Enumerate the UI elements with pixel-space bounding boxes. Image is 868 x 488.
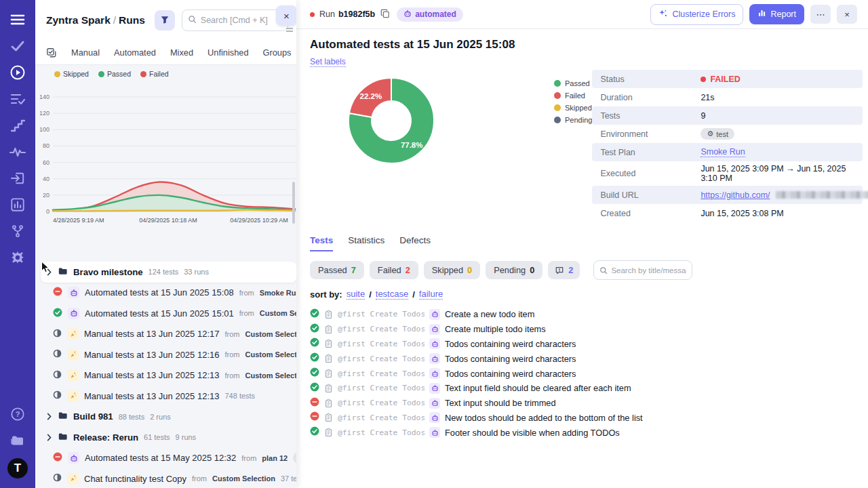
sort-by-suite[interactable]: suite: [347, 289, 365, 300]
clusterize-errors-label: Clusterize Errors: [672, 9, 735, 19]
group-meta: 124 tests: [149, 268, 179, 276]
comment-icon: [555, 266, 564, 275]
test-plans-icon[interactable]: [9, 90, 26, 108]
runs-group-row[interactable]: Release: Rerun61 tests9 runs: [35, 427, 296, 448]
robot-icon: [429, 309, 440, 320]
donut-legend-item-failed[interactable]: Failed: [554, 92, 592, 100]
runs-group-row[interactable]: Build 98188 tests2 runs: [35, 407, 296, 428]
test-row[interactable]: @first Create Todos...Create a new todo …: [310, 307, 856, 322]
more-options-button[interactable]: ⋯: [810, 5, 831, 24]
sort-by-label: sort by:: [310, 289, 342, 300]
tests-search-input[interactable]: [611, 266, 686, 274]
filter-chip-passed[interactable]: Passed7: [310, 261, 364, 279]
run-row[interactable]: Manual tests at 13 Jun 2025 12:17fromCus…: [35, 324, 296, 345]
folder-icon: [58, 411, 68, 422]
activity-icon[interactable]: [9, 143, 26, 161]
runs-tab-manual[interactable]: Manual: [71, 47, 100, 58]
donut-legend-item-pending[interactable]: Pending: [554, 116, 592, 124]
help-icon[interactable]: ?: [9, 405, 26, 423]
panel-resize-icon[interactable]: [286, 28, 293, 32]
legend-item-passed[interactable]: Passed: [98, 70, 131, 78]
sort-by-failure[interactable]: failure: [419, 289, 443, 300]
filter-chip-skipped[interactable]: Skipped0: [424, 261, 480, 279]
panel-close-button[interactable]: ×: [276, 5, 296, 26]
test-row[interactable]: @first Create Todos...Text input field s…: [310, 381, 856, 396]
runs-group-row[interactable]: Bravo milestone124 tests33 runs: [41, 262, 296, 283]
runs-tab-groups[interactable]: Groups: [263, 47, 292, 58]
projects-icon[interactable]: [9, 432, 26, 449]
legend-item-failed[interactable]: Failed: [140, 70, 169, 78]
confetti-icon: [67, 349, 79, 361]
test-row[interactable]: @first Create Todos...New todos should b…: [310, 411, 856, 426]
passed-status-icon: [310, 367, 319, 380]
svg-text:80: 80: [43, 142, 50, 149]
environment-badge[interactable]: ⚙test: [701, 128, 734, 140]
tab-tests[interactable]: Tests: [310, 235, 333, 251]
tests-icon[interactable]: [9, 37, 26, 55]
sparkles-icon: [658, 9, 668, 20]
runs-search-input[interactable]: [201, 16, 282, 25]
clusterize-errors-button[interactable]: Clusterize Errors: [650, 4, 743, 25]
test-plan-link[interactable]: Smoke Run: [701, 147, 745, 157]
set-labels-link[interactable]: Set labels: [310, 57, 346, 67]
chip-label: Passed: [318, 265, 347, 275]
run-row[interactable]: Automated tests at 15 Jun 2025 15:08from…: [35, 283, 296, 304]
app-logo[interactable]: T: [7, 458, 28, 479]
run-row[interactable]: Manual tests at 13 Jun 2025 12:13fromCus…: [35, 365, 296, 386]
runs-icon[interactable]: [9, 64, 26, 81]
select-runs-icon[interactable]: [46, 47, 57, 58]
runs-tab-mixed[interactable]: Mixed: [170, 47, 193, 58]
chip-count: 7: [351, 265, 356, 275]
run-id: b1982f5b: [338, 9, 375, 19]
settings-icon[interactable]: [9, 249, 26, 266]
test-row[interactable]: @first Create Todos...Todos containing w…: [310, 351, 856, 366]
svg-text:0: 0: [46, 208, 50, 215]
menu-icon[interactable]: [9, 11, 26, 28]
donut-legend-item-skipped[interactable]: Skipped: [554, 104, 592, 112]
close-run-button[interactable]: ×: [837, 5, 857, 24]
sort-by-testcase[interactable]: testcase: [376, 289, 408, 300]
build-url-link[interactable]: https://github.com/: [701, 190, 770, 200]
branches-icon[interactable]: [9, 222, 26, 240]
run-type-badge[interactable]: automated: [397, 7, 463, 22]
project-name[interactable]: Zyntra Spark: [46, 14, 111, 26]
scrollbar-thumb[interactable]: [292, 182, 295, 224]
runs-panel-header: Zyntra Spark/Runs ×: [35, 0, 296, 41]
run-row[interactable]: Manual tests at 13 Jun 2025 12:16fromCus…: [35, 344, 296, 365]
run-status-dot: [310, 12, 315, 17]
in-progress-status-icon: [53, 329, 62, 340]
test-row[interactable]: @first Create Todos...Create multiple to…: [310, 322, 856, 337]
run-row[interactable]: Automated tests at 15 May 2025 12:32from…: [35, 448, 296, 469]
comments-filter-chip[interactable]: 2: [548, 261, 580, 279]
report-button[interactable]: Report: [749, 4, 804, 24]
run-row[interactable]: Manual tests at 13 Jun 2025 12:13748 tes…: [35, 386, 296, 407]
group-name: Build 981: [73, 411, 113, 422]
legend-item-skipped[interactable]: Skipped: [54, 70, 89, 78]
in-progress-status-icon: [53, 370, 62, 381]
milestones-icon[interactable]: [9, 117, 26, 134]
run-from-value: Custom Selection: [245, 371, 296, 380]
test-row[interactable]: @first Create Todos...Todos containing w…: [310, 366, 856, 381]
status-value: FAILED: [701, 75, 740, 84]
chevron-right-icon: [46, 413, 52, 420]
test-row[interactable]: @first Create Todos...Todos containing w…: [310, 337, 856, 352]
run-row[interactable]: Automated tests at 15 Jun 2025 15:01from…: [35, 303, 296, 324]
chevron-right-icon: [46, 268, 52, 276]
filter-chip-failed[interactable]: Failed2: [370, 261, 418, 279]
filter-chip-pending[interactable]: Pending0: [486, 261, 542, 279]
tab-statistics[interactable]: Statistics: [348, 235, 384, 251]
filter-button[interactable]: [155, 10, 175, 30]
copy-run-id-button[interactable]: [380, 9, 390, 20]
runs-list: Bravo milestone124 tests33 runsAutomated…: [35, 262, 296, 488]
tab-defects[interactable]: Defects: [399, 235, 431, 251]
donut-legend-item-passed[interactable]: Passed: [554, 79, 592, 87]
runs-tab-unfinished[interactable]: Unfinished: [208, 47, 248, 58]
clipboard-icon: [324, 310, 333, 319]
passed-status-icon: [310, 352, 319, 365]
analytics-icon[interactable]: [9, 196, 26, 214]
import-icon[interactable]: [9, 169, 26, 187]
test-row[interactable]: @first Create Todos...Footer should be v…: [310, 425, 856, 440]
test-row[interactable]: @first Create Todos...Text input should …: [310, 396, 856, 411]
runs-tab-automated[interactable]: Automated: [114, 47, 156, 58]
run-row[interactable]: Chat functinality test CopyfromCustom Se…: [35, 468, 296, 488]
